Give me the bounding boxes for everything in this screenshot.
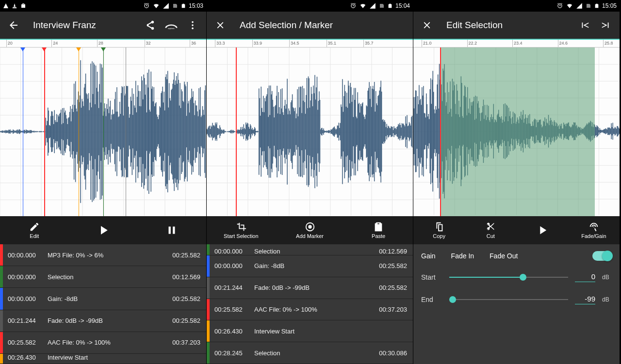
status-time: 15:05 [602,2,617,9]
start-value[interactable]: 0 [575,272,595,282]
end-value[interactable]: -99 [575,295,595,304]
marker-icon[interactable] [20,47,25,51]
row-end-time: 00:25.582 [163,252,206,259]
pause-icon [165,224,178,237]
row-description: AAC File: 0% -> 100% [254,306,369,313]
close-button[interactable] [211,16,230,35]
back-button[interactable] [4,16,23,35]
list-row[interactable]: 00:25.582AAC File: 0% -> 100%00:37.203 [0,332,206,354]
playhead[interactable] [236,47,237,216]
battery-icon [388,2,392,9]
list-row[interactable]: 00:28.245Selection00:30.086 [207,342,413,364]
toolbtn-label: Cut [487,233,495,239]
row-end-time: 00:30.086 [369,349,413,357]
list-row[interactable]: 00:21.244Fade: 0dB -> -99dB00:25.582 [0,310,206,332]
edit-button[interactable]: Edit [0,216,69,244]
time-ruler[interactable]: 21.022.223.424.625.8 [413,39,620,47]
row-description: Gain: -8dB [48,295,163,302]
marker-icon[interactable] [42,47,47,51]
edit-list[interactable]: 00:00.000Selection00:12.56900:00.000Gain… [207,244,413,364]
more-button[interactable] [183,16,202,35]
row-end-time: 00:25.582 [163,317,206,324]
time-ruler[interactable]: 33.333.934.535.135.7 [207,39,413,47]
row-start-time: 00:00.000 [210,262,254,269]
seek-start-button[interactable] [575,16,594,35]
marker-icon[interactable] [101,47,106,51]
paste-button[interactable]: Paste [344,216,413,244]
page-title: Add Selection / Marker [236,20,409,31]
vlc-icon [12,3,17,9]
ruler-tick: 22.2 [467,40,477,47]
antenna-icon [3,3,9,9]
copy-button[interactable]: Copy [413,216,465,244]
list-row[interactable]: 00:26.430Interview Start [0,354,206,364]
waveform-view[interactable] [0,47,206,216]
status-time: 15:04 [395,2,410,9]
play-button[interactable] [69,216,138,244]
toolbtn-label: Copy [433,233,445,239]
row-description: AAC File: 0% -> 100% [48,339,163,346]
start-slider[interactable] [449,271,568,283]
screen-edit-selection: 15:05 Edit Selection 21.022.223.424.625.… [413,0,620,364]
nosim-icon [172,2,178,9]
end-slider[interactable] [449,294,568,305]
close-button[interactable] [417,16,437,35]
tab-fade-in[interactable]: Fade In [451,252,474,260]
app-bar: Add Selection / Marker [207,12,413,39]
row-start-time: 00:25.582 [210,306,254,313]
signal-icon [163,2,169,9]
time-ruler[interactable]: 2024283236 [0,39,206,47]
fade-toggle[interactable] [592,251,612,261]
list-row[interactable]: 00:00.000Gain: -8dB00:25.582 [0,288,206,310]
playhead[interactable] [44,47,45,216]
list-row[interactable]: 00:00.000MP3 File: 0% -> 6%00:25.582 [0,244,206,266]
tab-gain[interactable]: Gain [421,252,436,260]
list-row[interactable]: 00:21.244Fade: 0dB -> -99dB00:25.582 [207,277,413,299]
add-marker-button[interactable]: Add Marker [276,216,344,244]
edit-list[interactable]: 00:00.000MP3 File: 0% -> 6%00:25.58200:0… [0,244,206,364]
svg-point-2 [192,24,194,26]
marker-icon[interactable] [76,47,81,51]
toolbtn-label: Add Marker [296,233,324,239]
row-description: Fade: 0dB -> -99dB [48,317,163,324]
row-description: Selection [254,349,369,357]
cut-button[interactable]: Cut [465,216,516,244]
row-end-time: 00:12.569 [163,273,206,281]
share-button[interactable] [140,16,160,35]
seek-end-button[interactable] [596,16,616,35]
alarm-icon [556,2,563,9]
pencil-icon [29,222,40,232]
screen-add-selection: 15:04 Add Selection / Marker 33.333.934.… [207,0,413,364]
waveform-view[interactable] [207,47,413,216]
list-row[interactable]: 00:26.430Interview Start [207,320,413,342]
waveform-view[interactable] [413,47,620,216]
unit-label: dB [602,274,612,281]
start-selection-button[interactable]: Start Selection [207,216,276,244]
close-icon [422,20,432,31]
ruler-tick: 32 [145,40,151,47]
ruler-tick: 36 [190,40,196,47]
play-button[interactable] [517,216,568,244]
row-description: Fade: 0dB -> -99dB [254,284,369,291]
list-row[interactable]: 00:00.000Gain: -8dB00:25.582 [207,255,413,277]
toolbar: Copy Cut Fade/Gain [413,216,620,244]
list-row[interactable]: 00:00.000Selection00:12.569 [207,244,413,255]
auphonic-button[interactable]: auphonic [162,16,181,35]
pause-button[interactable] [137,216,206,244]
list-row[interactable]: 00:25.582AAC File: 0% -> 100%00:37.203 [207,299,413,321]
ruler-tick: 33.3 [215,40,225,47]
svg-point-1 [192,21,194,23]
row-end-time: 00:37.203 [163,339,206,346]
playhead[interactable] [440,47,441,216]
selection-overlay[interactable] [440,47,595,216]
row-description: Selection [254,248,369,255]
marker-line [23,47,23,216]
fade-gain-button[interactable]: Fade/Gain [568,216,620,244]
ruler-tick: 24 [51,40,58,47]
toolbtn-label: Start Selection [224,233,259,239]
app-bar: Edit Selection [413,12,620,39]
tab-fade-out[interactable]: Fade Out [490,252,518,260]
list-row[interactable]: 00:00.000Selection00:12.569 [0,266,206,288]
row-description: Gain: -8dB [254,262,369,269]
toolbtn-label: Paste [372,233,385,239]
